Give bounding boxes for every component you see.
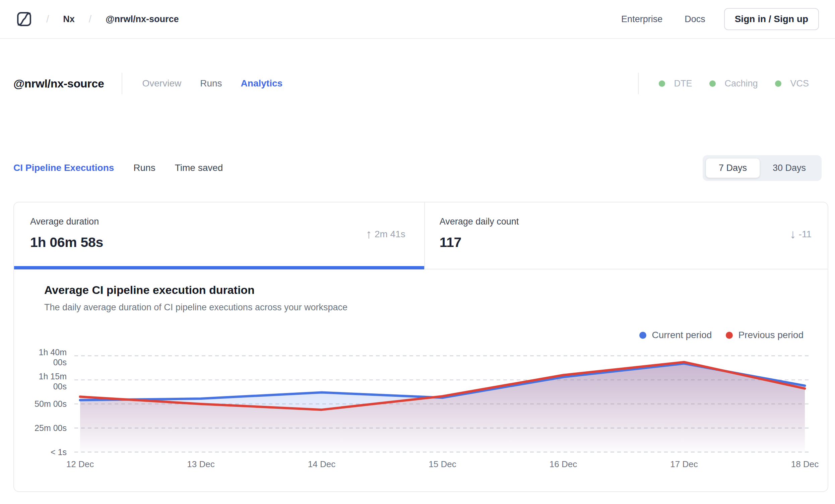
- toggle-7-days[interactable]: 7 Days: [706, 158, 760, 178]
- tab-analytics-runs[interactable]: Runs: [134, 163, 155, 173]
- chart-subtitle: The daily average duration of CI pipelin…: [44, 302, 347, 313]
- svg-text:1h 15m00s: 1h 15m00s: [39, 371, 67, 391]
- breadcrumb-repo[interactable]: @nrwl/nx-source: [105, 14, 179, 24]
- legend-dot-icon: [726, 332, 733, 339]
- svg-text:16 Dec: 16 Dec: [550, 459, 577, 469]
- stat-delta: ↑ 2m 41s: [366, 228, 405, 240]
- divider: [638, 73, 639, 94]
- chart-legend: Current period Previous period: [639, 330, 803, 341]
- legend-label: Previous period: [738, 330, 803, 341]
- tab-time-saved[interactable]: Time saved: [175, 163, 223, 173]
- analytics-tabs: CI Pipeline Executions Runs Time saved: [14, 163, 223, 173]
- top-header: / Nx / @nrwl/nx-source Enterprise Docs S…: [0, 0, 835, 39]
- duration-chart-svg: 1h 40m00s1h 15m00s50m 00s25m 00s< 1s12 D…: [21, 346, 828, 477]
- stat-delta: ↓ -11: [790, 228, 812, 240]
- duration-chart: 1h 40m00s1h 15m00s50m 00s25m 00s< 1s12 D…: [21, 346, 828, 477]
- stat-label: Average daily count: [440, 217, 519, 227]
- svg-text:18 Dec: 18 Dec: [791, 459, 819, 469]
- nav-link-docs[interactable]: Docs: [685, 14, 705, 24]
- legend-previous-period[interactable]: Previous period: [726, 330, 803, 341]
- nx-cloud-logo-icon[interactable]: [16, 11, 32, 27]
- tab-ci-pipeline-executions[interactable]: CI Pipeline Executions: [14, 163, 114, 173]
- svg-text:17 Dec: 17 Dec: [670, 459, 698, 469]
- svg-text:15 Dec: 15 Dec: [429, 459, 456, 469]
- legend-current-period[interactable]: Current period: [639, 330, 712, 341]
- stat-value: 117: [440, 235, 462, 250]
- green-dot-icon: [775, 80, 781, 87]
- legend-dot-icon: [639, 332, 646, 339]
- nav-link-enterprise[interactable]: Enterprise: [621, 14, 663, 24]
- svg-text:14 Dec: 14 Dec: [308, 459, 335, 469]
- tab-overview[interactable]: Overview: [142, 78, 182, 89]
- arrow-up-icon: ↑: [366, 228, 372, 240]
- status-label: Caching: [725, 78, 758, 89]
- svg-text:13 Dec: 13 Dec: [187, 459, 215, 469]
- legend-label: Current period: [652, 330, 712, 341]
- tab-runs[interactable]: Runs: [200, 78, 222, 89]
- analytics-card: Average duration 1h 06m 58s ↑ 2m 41s Ave…: [14, 202, 828, 492]
- svg-text:< 1s: < 1s: [50, 447, 67, 457]
- toggle-30-days[interactable]: 30 Days: [760, 159, 819, 178]
- breadcrumb-org[interactable]: Nx: [63, 14, 75, 24]
- stat-value: 1h 06m 58s: [30, 235, 103, 250]
- svg-text:12 Dec: 12 Dec: [66, 459, 94, 469]
- green-dot-icon: [709, 80, 716, 87]
- delta-value: 2m 41s: [374, 229, 405, 240]
- workspace-title: @nrwl/nx-source: [14, 77, 104, 90]
- period-toggle: 7 Days 30 Days: [702, 155, 821, 181]
- svg-text:50m 00s: 50m 00s: [35, 399, 67, 408]
- chart-section: Average CI pipeline execution duration T…: [14, 269, 828, 490]
- status-vcs: VCS: [775, 78, 809, 89]
- status-caching: Caching: [709, 78, 758, 89]
- workspace-tabs: Overview Runs Analytics: [142, 78, 283, 89]
- delta-value: -11: [799, 229, 812, 240]
- breadcrumb-separator: /: [89, 14, 91, 25]
- green-dot-icon: [659, 80, 665, 87]
- stat-row: Average duration 1h 06m 58s ↑ 2m 41s Ave…: [14, 202, 828, 269]
- status-label: DTE: [674, 78, 692, 89]
- stat-label: Average duration: [30, 217, 99, 227]
- stat-card-average-daily-count[interactable]: Average daily count 117 ↓ -11: [424, 202, 828, 269]
- arrow-down-icon: ↓: [790, 228, 796, 240]
- active-stat-indicator: [14, 266, 424, 269]
- breadcrumb-separator: /: [46, 14, 49, 25]
- svg-text:1h 40m00s: 1h 40m00s: [39, 347, 67, 367]
- analytics-controls-row: CI Pipeline Executions Runs Time saved 7…: [0, 155, 835, 181]
- status-label: VCS: [790, 78, 809, 89]
- chart-title: Average CI pipeline execution duration: [44, 283, 254, 297]
- sign-in-button[interactable]: Sign in / Sign up: [724, 8, 819, 30]
- workspace-title-row: @nrwl/nx-source Overview Runs Analytics …: [0, 73, 835, 95]
- divider: [122, 73, 122, 94]
- status-dte: DTE: [659, 78, 692, 89]
- stat-card-average-duration[interactable]: Average duration 1h 06m 58s ↑ 2m 41s: [14, 202, 424, 269]
- svg-text:25m 00s: 25m 00s: [35, 423, 67, 432]
- nx-cloud-analytics-page: / Nx / @nrwl/nx-source Enterprise Docs S…: [0, 0, 835, 504]
- tab-analytics[interactable]: Analytics: [241, 78, 283, 89]
- workspace-status-list: DTE Caching VCS: [659, 78, 821, 89]
